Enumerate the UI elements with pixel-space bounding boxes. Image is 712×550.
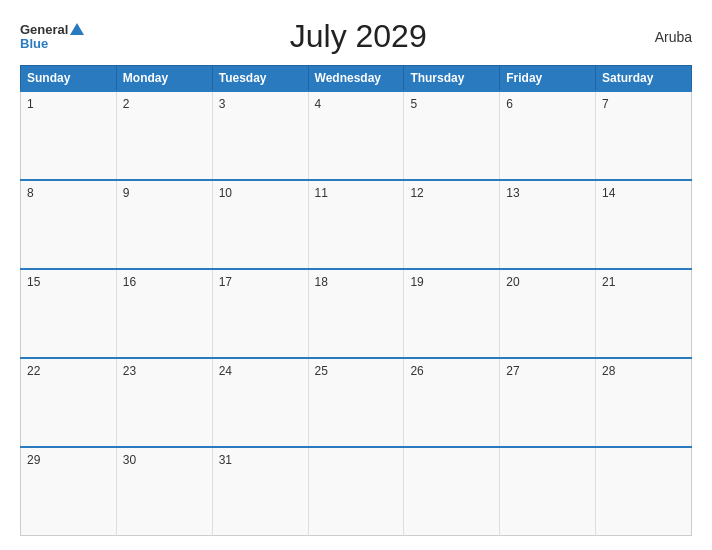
table-row: 26 (404, 358, 500, 447)
table-row: 18 (308, 269, 404, 358)
table-row: 16 (116, 269, 212, 358)
table-row: 14 (596, 180, 692, 269)
day-number: 12 (410, 186, 423, 200)
day-number: 4 (315, 97, 322, 111)
day-number: 6 (506, 97, 513, 111)
table-row: 30 (116, 447, 212, 536)
table-row: 11 (308, 180, 404, 269)
table-row: 15 (21, 269, 117, 358)
table-row: 25 (308, 358, 404, 447)
day-number: 30 (123, 453, 136, 467)
calendar-week-row: 1234567 (21, 91, 692, 180)
table-row: 21 (596, 269, 692, 358)
day-number: 29 (27, 453, 40, 467)
day-number: 14 (602, 186, 615, 200)
day-number: 27 (506, 364, 519, 378)
day-number: 8 (27, 186, 34, 200)
table-row: 9 (116, 180, 212, 269)
calendar-week-row: 891011121314 (21, 180, 692, 269)
day-number: 9 (123, 186, 130, 200)
table-row (500, 447, 596, 536)
table-row: 28 (596, 358, 692, 447)
table-row: 1 (21, 91, 117, 180)
table-row (308, 447, 404, 536)
table-row: 19 (404, 269, 500, 358)
table-row: 4 (308, 91, 404, 180)
col-saturday: Saturday (596, 66, 692, 92)
logo-triangle-icon (70, 23, 84, 35)
day-number: 25 (315, 364, 328, 378)
logo: General Blue (20, 23, 84, 50)
day-number: 18 (315, 275, 328, 289)
calendar-title: July 2029 (84, 18, 632, 55)
day-number: 24 (219, 364, 232, 378)
day-number: 15 (27, 275, 40, 289)
col-sunday: Sunday (21, 66, 117, 92)
col-wednesday: Wednesday (308, 66, 404, 92)
country-label: Aruba (632, 29, 692, 45)
day-number: 19 (410, 275, 423, 289)
day-number: 17 (219, 275, 232, 289)
day-number: 16 (123, 275, 136, 289)
table-row: 17 (212, 269, 308, 358)
table-row: 27 (500, 358, 596, 447)
table-row: 6 (500, 91, 596, 180)
calendar-table: Sunday Monday Tuesday Wednesday Thursday… (20, 65, 692, 536)
col-thursday: Thursday (404, 66, 500, 92)
table-row: 23 (116, 358, 212, 447)
header: General Blue July 2029 Aruba (20, 18, 692, 55)
day-number: 20 (506, 275, 519, 289)
col-tuesday: Tuesday (212, 66, 308, 92)
day-number: 23 (123, 364, 136, 378)
day-number: 21 (602, 275, 615, 289)
day-number: 1 (27, 97, 34, 111)
calendar-page: General Blue July 2029 Aruba Sunday Mond… (0, 0, 712, 550)
day-number: 13 (506, 186, 519, 200)
table-row: 24 (212, 358, 308, 447)
day-number: 31 (219, 453, 232, 467)
day-number: 3 (219, 97, 226, 111)
table-row: 29 (21, 447, 117, 536)
table-row: 10 (212, 180, 308, 269)
table-row: 12 (404, 180, 500, 269)
day-number: 7 (602, 97, 609, 111)
table-row: 20 (500, 269, 596, 358)
col-monday: Monday (116, 66, 212, 92)
table-row: 22 (21, 358, 117, 447)
day-number: 10 (219, 186, 232, 200)
calendar-week-row: 293031 (21, 447, 692, 536)
table-row (596, 447, 692, 536)
day-number: 28 (602, 364, 615, 378)
table-row: 5 (404, 91, 500, 180)
day-number: 26 (410, 364, 423, 378)
table-row: 2 (116, 91, 212, 180)
col-friday: Friday (500, 66, 596, 92)
table-row (404, 447, 500, 536)
table-row: 3 (212, 91, 308, 180)
table-row: 8 (21, 180, 117, 269)
days-header-row: Sunday Monday Tuesday Wednesday Thursday… (21, 66, 692, 92)
table-row: 7 (596, 91, 692, 180)
day-number: 11 (315, 186, 328, 200)
table-row: 13 (500, 180, 596, 269)
table-row: 31 (212, 447, 308, 536)
day-number: 5 (410, 97, 417, 111)
calendar-week-row: 22232425262728 (21, 358, 692, 447)
logo-blue-text: Blue (20, 37, 84, 50)
day-number: 22 (27, 364, 40, 378)
calendar-week-row: 15161718192021 (21, 269, 692, 358)
day-number: 2 (123, 97, 130, 111)
logo-general-text: General (20, 23, 84, 37)
